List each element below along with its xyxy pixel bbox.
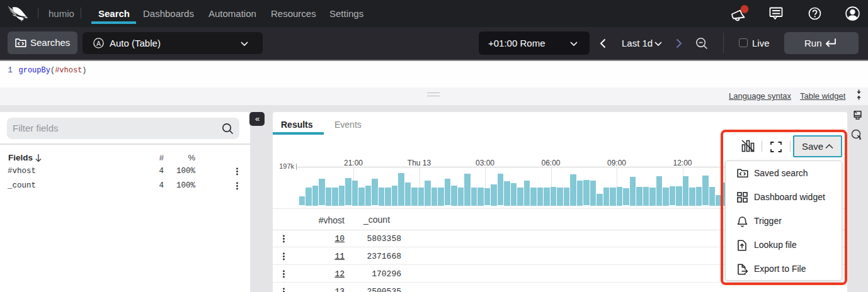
svg-text:A: A bbox=[96, 40, 101, 47]
